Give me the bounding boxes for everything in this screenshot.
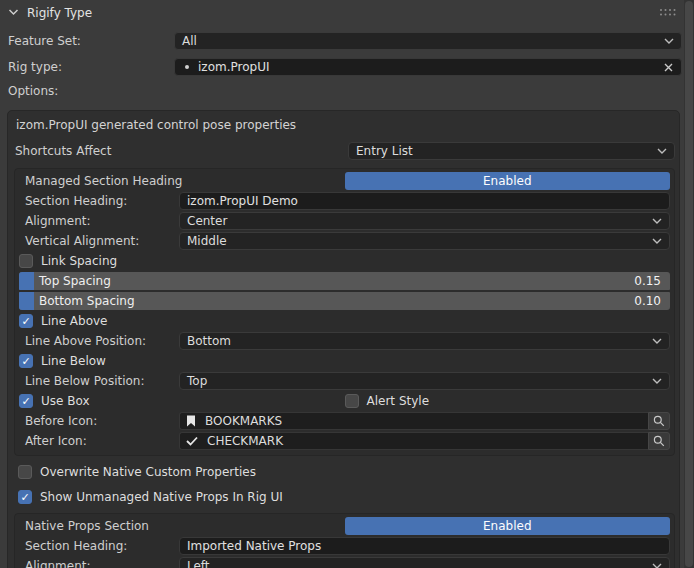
native-enabled-button[interactable]: Enabled [345,517,671,535]
before-icon-search-button[interactable] [648,412,670,430]
shortcuts-affect-dropdown[interactable]: Entry List [348,142,675,160]
bottom-spacing-value: 0.10 [634,294,661,308]
alert-style-half: Alert Style [345,392,671,410]
chevron-down-icon [652,378,662,384]
feature-set-value: All [182,34,664,48]
vertical-alignment-value: Middle [187,234,652,248]
slider-fill [19,292,34,310]
overwrite-native-label: Overwrite Native Custom Properties [40,465,256,479]
alert-style-checkbox[interactable] [345,394,359,408]
native-alignment-value: Left [187,559,652,568]
bullet-icon [185,65,189,69]
line-below-label: Line Below [41,354,106,368]
panel-header[interactable]: Rigify Type [0,0,684,25]
line-above-row: Line Above [19,312,670,330]
after-icon-row: After Icon: CHECKMARK [19,432,670,450]
vertical-alignment-row: Vertical Alignment: Middle [19,232,670,250]
managed-section-box: Managed Section Heading Enabled Section … [14,168,675,456]
vertical-scrollbar[interactable] [684,0,694,568]
line-below-checkbox[interactable] [19,354,33,368]
line-below-row: Line Below [19,352,670,370]
after-icon-field[interactable]: CHECKMARK [179,432,648,450]
chevron-down-icon [652,563,662,568]
native-section-heading-field[interactable]: Imported Native Props [179,537,670,555]
use-box-checkbox[interactable] [19,394,33,408]
options-label: Options: [8,84,682,98]
rig-type-row: Rig type: izom.PropUI [7,58,682,76]
show-unmanaged-row: Show Unmanaged Native Props In Rig UI [18,488,675,506]
top-spacing-slider[interactable]: Top Spacing 0.15 [19,272,670,290]
clear-rig-type-button[interactable] [663,62,674,73]
rig-type-field[interactable]: izom.PropUI [174,58,682,76]
after-icon-search-button[interactable] [648,432,670,450]
managed-heading-row: Managed Section Heading Enabled [19,172,670,190]
shortcuts-affect-row: Shortcuts Affect Entry List [14,142,675,160]
alignment-row: Alignment: Center [19,212,670,230]
line-above-position-value: Bottom [187,334,652,348]
bottom-spacing-slider[interactable]: Bottom Spacing 0.10 [19,292,670,310]
shortcuts-affect-value: Entry List [356,144,657,158]
managed-heading-label: Managed Section Heading [19,174,345,188]
close-icon [663,62,674,73]
scrollbar-thumb[interactable] [685,1,693,567]
line-below-position-row: Line Below Position: Top [19,372,670,390]
feature-set-row: Feature Set: All [7,32,682,50]
before-icon-value: BOOKMARKS [205,414,282,428]
show-unmanaged-checkbox[interactable] [18,490,32,504]
shortcuts-affect-label: Shortcuts Affect [14,144,348,158]
alignment-label: Alignment: [19,214,179,228]
overwrite-native-row: Overwrite Native Custom Properties [18,463,675,481]
link-spacing-checkbox[interactable] [19,254,33,268]
chevron-down-icon [652,218,662,224]
native-alignment-row: Alignment: Left [19,557,670,568]
before-icon-row: Before Icon: BOOKMARKS [19,412,670,430]
line-below-position-value: Top [187,374,652,388]
bookmark-icon [186,415,196,427]
drag-dots-icon [660,9,662,11]
line-above-position-row: Line Above Position: Bottom [19,332,670,350]
after-icon-value: CHECKMARK [207,434,283,448]
native-section-heading-value: Imported Native Props [187,539,321,553]
section-heading-value: izom.PropUI Demo [187,194,298,208]
alert-style-label: Alert Style [367,394,430,408]
checkmark-icon [186,436,198,446]
after-icon-label: After Icon: [19,434,179,448]
section-heading-label: Section Heading: [19,194,179,208]
link-spacing-row: Link Spacing [19,252,670,270]
native-section-heading-label: Section Heading: [19,539,179,553]
chevron-down-icon [652,338,662,344]
section-heading-field[interactable]: izom.PropUI Demo [179,192,670,210]
managed-enabled-button[interactable]: Enabled [345,172,671,190]
search-icon [653,415,665,427]
rig-type-value: izom.PropUI [198,60,269,74]
rig-type-label: Rig type: [7,60,174,74]
link-spacing-label: Link Spacing [41,254,117,268]
show-unmanaged-label: Show Unmanaged Native Props In Rig UI [40,490,283,504]
search-icon [653,435,665,447]
native-alignment-dropdown[interactable]: Left [179,557,670,568]
feature-set-label: Feature Set: [7,34,174,48]
before-icon-field[interactable]: BOOKMARKS [179,412,648,430]
slider-fill [19,272,34,290]
use-box-label: Use Box [41,394,90,408]
section-heading-row: Section Heading: izom.PropUI Demo [19,192,670,210]
line-below-position-dropdown[interactable]: Top [179,372,670,390]
vertical-alignment-label: Vertical Alignment: [19,234,179,248]
native-heading-row: Native Props Section Enabled [19,517,670,535]
feature-set-dropdown[interactable]: All [174,32,682,50]
top-spacing-label: Top Spacing [39,274,111,288]
native-alignment-label: Alignment: [19,559,179,568]
line-above-label: Line Above [41,314,107,328]
line-above-checkbox[interactable] [19,314,33,328]
vertical-alignment-dropdown[interactable]: Middle [179,232,670,250]
use-box-half: Use Box [19,392,345,410]
alignment-dropdown[interactable]: Center [179,212,670,230]
chevron-down-icon [652,238,662,244]
line-above-position-dropdown[interactable]: Bottom [179,332,670,350]
overwrite-native-checkbox[interactable] [18,465,32,479]
panel-drag-handle[interactable] [660,9,676,17]
panel-title: Rigify Type [27,6,92,20]
bottom-spacing-label: Bottom Spacing [39,294,135,308]
before-icon-label: Before Icon: [19,414,179,428]
use-box-alert-row: Use Box Alert Style [19,392,670,410]
